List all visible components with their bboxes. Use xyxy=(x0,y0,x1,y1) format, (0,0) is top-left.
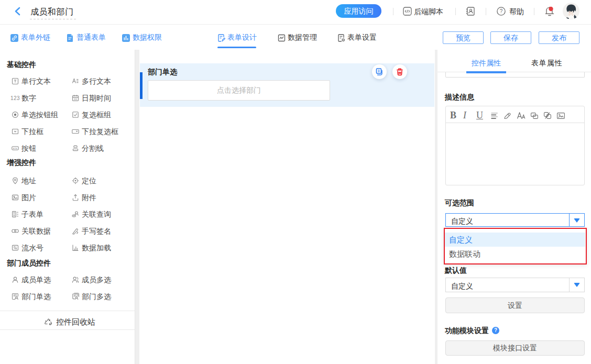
svg-text:?: ? xyxy=(500,8,503,14)
